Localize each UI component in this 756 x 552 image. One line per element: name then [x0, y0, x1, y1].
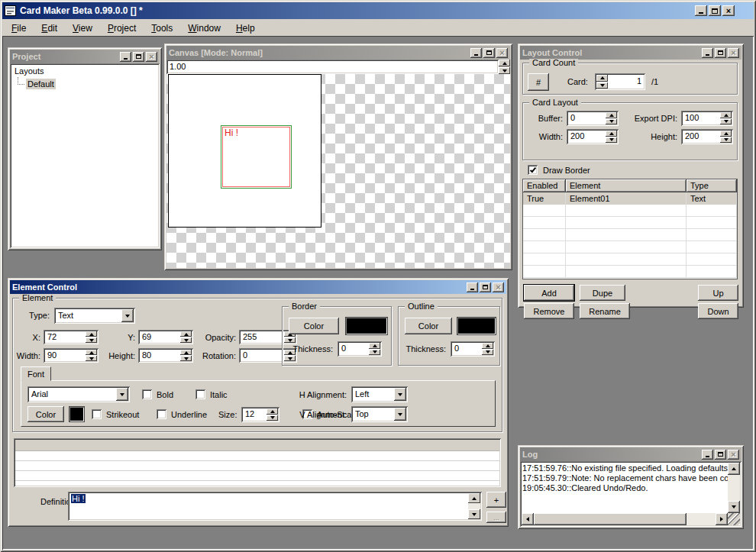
outline-thickness-stepper[interactable]: 0: [451, 341, 495, 357]
outline-thickness-up-icon[interactable]: [482, 343, 493, 349]
table-row[interactable]: True Element01 Text: [523, 192, 737, 205]
border-thickness-up-icon[interactable]: [369, 343, 380, 349]
close-icon[interactable]: ×: [722, 5, 735, 16]
canvas-minimize-icon[interactable]: [470, 48, 482, 58]
maximize-icon[interactable]: [709, 5, 721, 16]
y-down-icon[interactable]: [180, 337, 192, 343]
scroll-down-icon[interactable]: [468, 509, 480, 519]
dpi-up-icon[interactable]: [720, 112, 732, 118]
log-minimize-icon[interactable]: [702, 450, 713, 460]
scroll-right-icon[interactable]: [716, 513, 728, 525]
menu-help[interactable]: Help: [230, 21, 261, 36]
valign-dropdown[interactable]: Top: [351, 406, 408, 422]
buffer-up-icon[interactable]: [606, 112, 617, 118]
card-width-stepper[interactable]: 200: [567, 129, 619, 144]
strikeout-checkbox[interactable]: [92, 409, 102, 419]
font-family-dropdown[interactable]: Arial: [27, 386, 130, 402]
draw-border-checkbox[interactable]: [528, 165, 538, 175]
element-height-stepper[interactable]: 80: [138, 348, 193, 363]
log-vertical-scrollbar[interactable]: [728, 463, 740, 513]
zoom-up-icon[interactable]: [499, 60, 510, 66]
tab-font[interactable]: Font: [21, 366, 51, 381]
tree-item-layouts[interactable]: Layouts: [13, 66, 46, 76]
menu-view[interactable]: View: [66, 21, 99, 36]
dupe-button[interactable]: Dupe: [580, 285, 625, 301]
x-up-icon[interactable]: [86, 331, 97, 337]
column-enabled[interactable]: Enabled: [523, 179, 566, 192]
definition-input[interactable]: Hi !: [68, 492, 482, 521]
scroll-down-icon[interactable]: [728, 501, 740, 513]
menu-project[interactable]: Project: [102, 21, 142, 36]
column-type[interactable]: Type: [687, 179, 737, 192]
log-title-bar[interactable]: Log ×: [520, 447, 741, 461]
card-height-up-icon[interactable]: [720, 131, 732, 137]
log-maximize-icon[interactable]: [715, 450, 726, 460]
card-width-down-icon[interactable]: [606, 137, 617, 144]
element-list[interactable]: [14, 438, 501, 487]
minimize-icon[interactable]: [695, 5, 707, 16]
menu-window[interactable]: Window: [182, 21, 227, 36]
definition-add-button[interactable]: +: [486, 492, 506, 508]
element-height-down-icon[interactable]: [180, 356, 192, 361]
y-stepper[interactable]: 69: [138, 330, 193, 344]
up-button[interactable]: Up: [698, 285, 738, 301]
buffer-down-icon[interactable]: [606, 119, 617, 125]
resize-grip[interactable]: [728, 513, 740, 525]
scrollbar-thumb[interactable]: [534, 513, 687, 525]
zoom-input[interactable]: 1.00: [166, 60, 499, 74]
element-maximize-icon[interactable]: [480, 282, 491, 292]
border-color-button[interactable]: Color: [289, 318, 339, 334]
chevron-down-icon[interactable]: [394, 408, 406, 421]
chevron-down-icon[interactable]: [394, 388, 406, 401]
menu-file[interactable]: File: [5, 21, 32, 36]
menu-tools[interactable]: Tools: [145, 21, 179, 36]
x-down-icon[interactable]: [86, 337, 97, 343]
column-element[interactable]: Element: [566, 179, 687, 192]
size-stepper[interactable]: 12: [241, 407, 279, 422]
definition-scrollbar[interactable]: [468, 493, 480, 519]
bold-checkbox[interactable]: [142, 389, 152, 399]
outline-thickness-down-icon[interactable]: [482, 350, 493, 356]
card-down-icon[interactable]: [596, 82, 608, 89]
chevron-down-icon[interactable]: [121, 309, 134, 322]
scroll-up-icon[interactable]: [728, 463, 740, 475]
border-thickness-down-icon[interactable]: [369, 350, 380, 356]
canvas-maximize-icon[interactable]: [483, 48, 495, 58]
log-horizontal-scrollbar[interactable]: [522, 513, 728, 525]
y-up-icon[interactable]: [180, 331, 192, 337]
italic-checkbox[interactable]: [195, 389, 205, 399]
type-dropdown[interactable]: Text: [54, 308, 135, 324]
export-dpi-stepper[interactable]: 100: [681, 111, 733, 126]
layout-minimize-icon[interactable]: [702, 48, 713, 58]
project-minimize-icon[interactable]: [120, 52, 131, 62]
card-number-stepper[interactable]: 1: [595, 73, 645, 90]
chevron-down-icon[interactable]: [116, 388, 128, 401]
zoom-down-icon[interactable]: [499, 67, 510, 74]
outline-color-button[interactable]: Color: [405, 318, 452, 334]
scroll-left-icon[interactable]: [522, 513, 534, 525]
card-height-stepper[interactable]: 200: [681, 129, 733, 144]
element-width-up-icon[interactable]: [86, 350, 97, 355]
card-width-up-icon[interactable]: [606, 131, 617, 137]
element-height-up-icon[interactable]: [180, 350, 192, 355]
underline-checkbox[interactable]: [157, 409, 166, 419]
dpi-down-icon[interactable]: [720, 119, 732, 125]
hash-button[interactable]: #: [528, 73, 549, 91]
menu-edit[interactable]: Edit: [35, 21, 63, 36]
x-stepper[interactable]: 72: [44, 330, 99, 344]
project-tree[interactable]: Layouts Default: [10, 63, 160, 248]
canvas-workspace[interactable]: Hi !: [166, 74, 510, 268]
buffer-stepper[interactable]: 0: [567, 111, 619, 126]
project-title-bar[interactable]: Project ×: [10, 50, 160, 63]
element-width-down-icon[interactable]: [86, 356, 97, 361]
tree-item-default[interactable]: Default: [26, 79, 56, 89]
layout-maximize-icon[interactable]: [715, 48, 726, 58]
card-up-icon[interactable]: [596, 75, 608, 82]
remove-button[interactable]: Remove: [524, 303, 574, 319]
element-title-bar[interactable]: Element Control ×: [10, 280, 506, 294]
card-height-down-icon[interactable]: [720, 137, 732, 144]
font-color-button[interactable]: Color: [27, 406, 64, 422]
rename-button[interactable]: Rename: [580, 303, 630, 319]
down-button[interactable]: Down: [698, 303, 738, 319]
scroll-up-icon[interactable]: [468, 493, 480, 503]
